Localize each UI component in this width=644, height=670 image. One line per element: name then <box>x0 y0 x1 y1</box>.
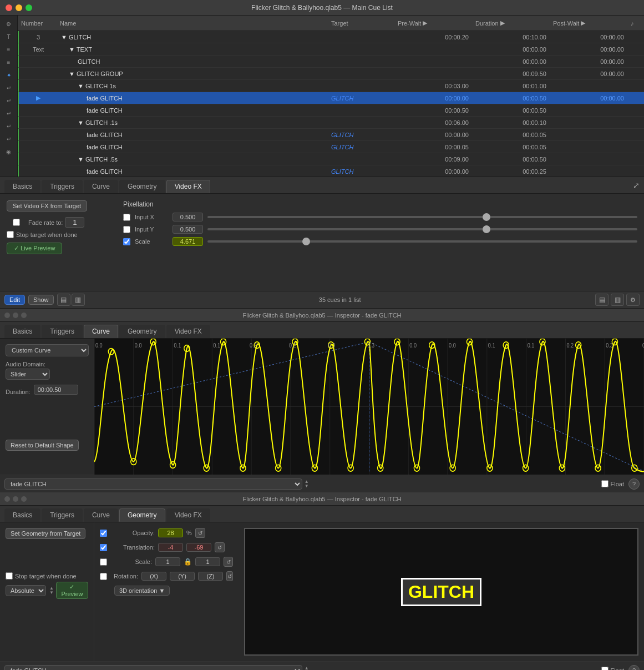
view-btn-1[interactable]: ▤ <box>57 294 70 306</box>
translation-refresh-icon[interactable]: ↺ <box>215 542 225 552</box>
tab-triggers-1[interactable]: Triggers <box>42 180 83 193</box>
scale-checkbox[interactable] <box>123 238 130 245</box>
help-btn-1[interactable]: ? <box>628 478 640 490</box>
table-row[interactable]: 3 ▼ GLITCH 00:00.20 00:10.00 00:00.00 <box>18 31 644 43</box>
table-row[interactable]: ▼ GLITCH .1s 00:06.00 00:00.10 <box>18 117 644 129</box>
scale-geo-checkbox[interactable] <box>100 558 107 566</box>
edit-button[interactable]: Edit <box>4 295 25 305</box>
table-row[interactable]: fade GLITCH GLITCH 00:00.00 00:00.05 <box>18 129 644 141</box>
close-button[interactable] <box>6 4 12 11</box>
tab-curve-3[interactable]: Curve <box>84 508 118 522</box>
inspector-2-max[interactable] <box>21 496 27 502</box>
sidebar-icon-7[interactable]: ↵ <box>3 94 15 107</box>
tab-videofx-2[interactable]: Video FX <box>166 325 210 338</box>
inspector-1-close[interactable] <box>4 313 10 318</box>
input-y-slider[interactable] <box>207 228 637 230</box>
set-geometry-btn[interactable]: Set Geometry from Target <box>6 528 85 539</box>
translation-y-value[interactable] <box>186 543 211 552</box>
cue-name-select-1[interactable]: fade GLITCH <box>4 478 302 490</box>
table-row[interactable]: fade GLITCH GLITCH 00:00.05 00:00.05 <box>18 141 644 153</box>
tab-basics-3[interactable]: Basics <box>4 508 40 522</box>
tab-geometry-2[interactable]: Geometry <box>119 325 165 338</box>
layout-btn-2[interactable]: ▥ <box>611 294 624 306</box>
tab-curve-1[interactable]: Curve <box>84 180 118 193</box>
translation-x-value[interactable] <box>158 543 183 552</box>
rotation-z-value[interactable] <box>198 572 223 581</box>
scale-geo-x-value[interactable] <box>155 557 180 566</box>
input-y-value[interactable] <box>173 225 203 234</box>
stop-target-geo-checkbox[interactable] <box>6 572 13 580</box>
sidebar-icon-5[interactable]: ✦ <box>3 69 15 81</box>
sidebar-icon-8[interactable]: ↵ <box>3 107 15 119</box>
settings-gear-icon[interactable]: ⚙ <box>626 294 640 306</box>
table-row[interactable]: GLITCH 00:00.00 00:00.00 <box>18 56 644 68</box>
table-row[interactable]: ▼ GLITCH .5s 00:09.00 00:00.50 <box>18 153 644 165</box>
stepper-1[interactable]: ▲▼ <box>305 480 309 488</box>
abs-select[interactable]: Absolute <box>6 585 46 596</box>
tab-triggers-3[interactable]: Triggers <box>42 508 83 522</box>
inspector-1-min[interactable] <box>13 313 18 318</box>
view-btn-2[interactable]: ▥ <box>72 294 85 306</box>
sidebar-icon-11[interactable]: ◉ <box>3 145 15 158</box>
tab-triggers-2[interactable]: Triggers <box>42 325 83 338</box>
opacity-refresh-icon[interactable]: ↺ <box>195 528 205 538</box>
table-row[interactable]: ▶ fade GLITCH GLITCH 00:00.00 00:00.50 0… <box>18 92 644 104</box>
tab-basics-1[interactable]: Basics <box>4 180 40 193</box>
set-videofx-btn[interactable]: Set Video FX from Target <box>7 200 87 211</box>
live-preview-btn[interactable]: ✓ Live Preview <box>7 243 62 254</box>
table-row[interactable]: Text ▼ TEXT 00:00.00 00:00.00 <box>18 43 644 56</box>
rotation-x-value[interactable] <box>141 572 166 581</box>
table-row[interactable]: ▼ GLITCH 1s 00:03.00 00:01.00 <box>18 80 644 92</box>
cue-rows[interactable]: 3 ▼ GLITCH 00:00.20 00:10.00 00:00.00 Te… <box>18 31 644 177</box>
input-x-value[interactable] <box>173 213 203 221</box>
tab-basics-2[interactable]: Basics <box>4 325 40 338</box>
inspector-2-min[interactable] <box>13 496 18 502</box>
reset-shape-btn[interactable]: Reset to Default Shape <box>6 440 79 451</box>
fade-rate-input[interactable] <box>65 217 84 228</box>
table-row[interactable]: fade GLITCH 00:00.50 00:00.50 <box>18 104 644 117</box>
input-y-checkbox[interactable] <box>123 226 130 233</box>
preview-btn[interactable]: ✓ Preview <box>56 582 88 599</box>
scale-geo-y-value[interactable] <box>195 557 220 566</box>
abs-stepper[interactable]: ▲▼ <box>49 586 54 595</box>
cue-name-select-2[interactable]: fade GLITCH <box>4 665 302 671</box>
inspector-2-close[interactable] <box>4 496 10 502</box>
tab-curve-2[interactable]: Curve <box>84 325 118 338</box>
sidebar-icon-6[interactable]: ↵ <box>3 82 15 94</box>
scale-value[interactable] <box>173 237 203 246</box>
rotation-y-value[interactable] <box>170 572 195 581</box>
curve-duration-input[interactable] <box>34 385 78 395</box>
opacity-value[interactable] <box>158 528 183 537</box>
sidebar-icon-1[interactable]: ⚙ <box>3 18 15 30</box>
orientation-btn[interactable]: 3D orientation ▼ <box>114 586 170 596</box>
layout-btn-1[interactable]: ▤ <box>595 294 608 306</box>
opacity-checkbox[interactable] <box>100 530 107 537</box>
input-x-checkbox[interactable] <box>123 214 130 221</box>
show-button[interactable]: Show <box>28 295 54 305</box>
fade-rate-checkbox[interactable] <box>7 219 26 226</box>
rotation-refresh-icon[interactable]: ↺ <box>226 571 233 581</box>
tab-videofx-1[interactable]: Video FX <box>166 180 210 193</box>
table-row[interactable]: fade GLITCH GLITCH 00:00.00 00:00.25 <box>18 165 644 177</box>
sidebar-icon-10[interactable]: ↵ <box>3 133 15 145</box>
sidebar-icon-2[interactable]: T <box>3 31 15 43</box>
maximize-button[interactable] <box>26 4 32 11</box>
sidebar-icon-4[interactable]: ≡ <box>3 56 15 68</box>
input-x-slider[interactable] <box>207 216 637 218</box>
curve-type-select[interactable]: Custom Curve <box>6 344 89 356</box>
stop-target-checkbox[interactable] <box>7 231 14 238</box>
tab-geometry-3[interactable]: Geometry <box>119 508 165 522</box>
tab-geometry-1[interactable]: Geometry <box>119 180 165 193</box>
expand-icon[interactable]: ⤢ <box>633 181 640 190</box>
sidebar-icon-9[interactable]: ↵ <box>3 120 15 132</box>
inspector-1-max[interactable] <box>21 313 27 318</box>
float-checkbox-2[interactable] <box>601 667 608 670</box>
rotation-checkbox[interactable] <box>100 573 107 580</box>
audio-domain-select[interactable]: Slider <box>6 369 50 380</box>
help-btn-2[interactable]: ? <box>628 665 640 671</box>
scale-refresh-icon[interactable]: ↺ <box>224 557 233 567</box>
stepper-2[interactable]: ▲▼ <box>305 666 309 671</box>
scale-slider[interactable] <box>207 240 637 243</box>
table-row[interactable]: ▼ GLITCH GROUP 00:09.50 00:00.00 <box>18 68 644 80</box>
translation-checkbox[interactable] <box>100 544 107 551</box>
